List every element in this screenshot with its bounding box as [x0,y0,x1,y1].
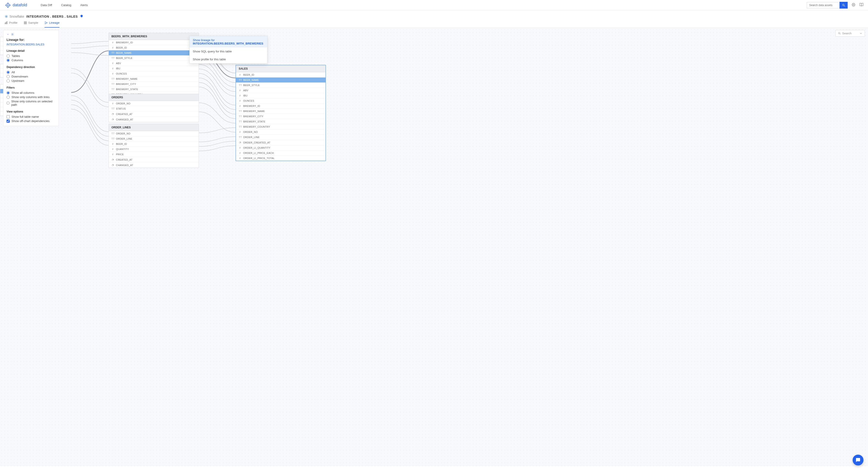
column-order_li_quantity[interactable]: #ORDER_LI_QUANTITY [236,145,326,151]
ctx-show-lineage[interactable]: Show lineage for INTEGRATION.BEERS.BEERS… [190,36,267,48]
column-brewery_state[interactable]: TтBREWERY_STATE [109,87,199,92]
gear-icon[interactable] [852,3,855,7]
checkbox-input[interactable] [6,120,10,123]
node-header[interactable]: SALES [236,65,326,72]
tab-sample[interactable]: Sample [24,21,38,28]
column-order_no[interactable]: TтORDER_NO [109,131,199,136]
search-button[interactable] [839,2,848,8]
sidebar-option[interactable]: Show all columns [6,91,55,95]
column-created_at[interactable]: ◔CREATED_AT [109,157,199,162]
nav-catalog[interactable]: Catalog [61,3,71,7]
column-name: BREWERY_CITY [243,115,264,118]
node-header[interactable]: ORDERS [109,94,199,101]
checkbox-input[interactable] [6,115,10,118]
column-ibu[interactable]: #IBU [109,66,199,71]
column-changed_at[interactable]: ◔CHANGED_AT [109,117,199,122]
radio-input[interactable] [6,59,10,62]
node-orders[interactable]: ORDERS #ORDER_NOTтSTATUS◔CREATED_AT◔CHAN… [108,94,199,122]
svg-rect-5 [7,22,7,24]
sidebar-option[interactable]: Show off-chart dependencies [6,119,55,123]
canvas-search[interactable]: Search [835,30,865,37]
column-order_no[interactable]: #ORDER_NO [109,101,199,106]
column-brewery_state[interactable]: TтBREWERY_STATE [236,119,326,124]
number-type-icon: # [239,147,241,149]
column-beer_id[interactable]: #BEER_ID [109,45,199,51]
radio-input[interactable] [6,55,10,58]
column-created_at[interactable]: ◔CREATED_AT [109,112,199,117]
node-sales[interactable]: SALES #BEER_IDTтBEER_NAMETтBEER_STYLE#AB… [236,65,326,161]
text-type-icon: Tт [112,77,114,80]
radio-input[interactable] [6,75,10,78]
radio-input[interactable] [6,101,9,105]
column-beer_name[interactable]: TтBEER_NAME [109,51,199,56]
ctx-show-profile[interactable]: Show profile for this table [190,55,267,63]
chat-button[interactable] [852,455,864,466]
column-beer_style[interactable]: TтBEER_STYLE [109,56,199,61]
chevron-down-icon[interactable] [6,33,9,36]
global-search [807,2,848,8]
canvas-search-placeholder: Search [842,32,851,35]
search-input[interactable] [807,2,839,8]
column-brewery_city[interactable]: TтBREWERY_CITY [236,114,326,119]
lineage-canvas[interactable]: BEERS_WITH_BREWERIES #BREWERY_ID#BEER_ID… [0,28,868,466]
logo[interactable]: datafold [4,2,27,8]
column-ibu[interactable]: #IBU [236,93,326,98]
column-order_li_price_each[interactable]: #ORDER_LI_PRICE_EACH [236,151,326,156]
sidebar-option[interactable]: Show only columns with links [6,95,55,99]
sidebar-option[interactable]: Show full table name [6,115,55,119]
column-brewery_name[interactable]: TтBREWERY_NAME [109,76,199,82]
tab-lineage[interactable]: Lineage [44,21,59,28]
column-changed_at[interactable]: ◔CHANGED_AT [109,162,199,168]
column-order_li_price_total[interactable]: #ORDER_LI_PRICE_TOTAL [236,156,326,161]
node-header[interactable]: ORDER_LINES [109,124,199,131]
column-order_line[interactable]: TтORDER_LINE [109,136,199,142]
radio-input[interactable] [6,96,10,99]
column-beer_id[interactable]: #BEER_ID [109,142,199,147]
column-quantity[interactable]: #QUANTITY [109,147,199,152]
sidebar-option[interactable]: Show only columns on selected path [6,99,55,107]
column-abv[interactable]: #ABV [109,61,199,66]
column-order_line[interactable]: TтORDER_LINE [236,135,326,140]
column-brewery_city[interactable]: TтBREWERY_CITY [109,82,199,87]
tab-profile[interactable]: Profile [4,21,18,28]
column-order_created_at[interactable]: ◔ORDER_CREATED_AT [236,140,326,145]
radio-input[interactable] [6,91,10,94]
sidebar-option[interactable]: Downstream [6,74,55,79]
column-brewery_id[interactable]: #BREWERY_ID [236,103,326,109]
column-price[interactable]: #PRICE [109,152,199,157]
radio-input[interactable] [6,71,10,74]
sidebar-option[interactable]: Upstream [6,79,55,83]
ctx-show-sql[interactable]: Show SQL query for this table [190,48,267,55]
sidebar-option[interactable]: Columns [6,58,55,62]
column-ounces[interactable]: #OUNCES [109,71,199,76]
node-order-lines[interactable]: ORDER_LINES TтORDER_NOTтORDER_LINE#BEER_… [108,124,199,168]
column-beer_style[interactable]: TтBEER_STYLE [236,83,326,88]
column-status[interactable]: TтSTATUS [109,106,199,112]
column-beer_name[interactable]: TтBEER_NAME [236,77,326,83]
gear-icon[interactable] [11,33,14,36]
column-beer_id[interactable]: #BEER_ID [236,72,326,77]
node-beers-with-breweries[interactable]: BEERS_WITH_BREWERIES #BREWERY_ID#BEER_ID… [108,33,199,97]
column-brewery_id[interactable]: #BREWERY_ID [109,40,199,45]
radio-input[interactable] [6,79,10,83]
svg-rect-3 [5,23,5,24]
sidebar-option[interactable]: Tables [6,54,55,58]
column-ounces[interactable]: #OUNCES [236,98,326,103]
nav-data-diff[interactable]: Data Diff [41,3,52,7]
shield-icon[interactable] [80,14,83,18]
svg-point-0 [842,4,844,6]
datasource-badge[interactable]: Snowflake [4,15,24,18]
column-abv[interactable]: #ABV [236,88,326,93]
nav-alerts[interactable]: Alerts [80,3,88,7]
sidebar-group-title: Filters [6,86,55,89]
docs-icon[interactable] [860,3,864,7]
column-brewery_name[interactable]: TтBREWERY_NAME [236,109,326,114]
text-type-icon: Tт [112,107,114,110]
clock-type-icon: ◔ [112,118,114,121]
column-name: BREWERY_CITY [116,83,136,86]
node-header[interactable]: BEERS_WITH_BREWERIES [109,33,199,40]
column-order_no[interactable]: #ORDER_NO [236,129,326,135]
sidebar-option[interactable]: All [6,70,55,74]
column-brewery_country[interactable]: TтBREWERY_COUNTRY [236,124,326,129]
sidebar-subject[interactable]: INTEGRATION.BEERS.SALES [6,43,55,46]
